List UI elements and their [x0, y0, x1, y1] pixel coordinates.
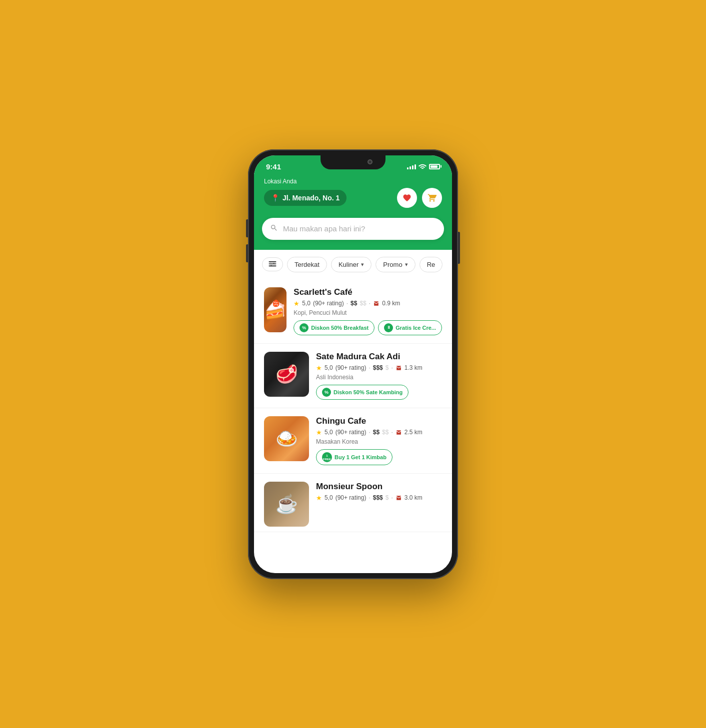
restaurant-tags-sate: Asli Indonesia [316, 374, 442, 381]
meta-dot-monsieur-2: · [391, 494, 392, 501]
rating-count: (90+ rating) [313, 300, 344, 307]
promo-tag-1[interactable]: % Diskon 50% Breakfast [294, 320, 374, 335]
side-button-left [246, 219, 248, 237]
location-pin-icon: 📍 [271, 194, 280, 202]
wifi-icon [418, 163, 426, 170]
signal-bars [407, 163, 416, 169]
restaurant-card-scarletts[interactable]: Scarlett's Café ★ 5,0 (90+ rating) · $$$… [254, 279, 452, 344]
promo-tag-2[interactable]: ⏸ Gratis Ice Cre... [378, 320, 442, 335]
star-icon: ★ [294, 300, 300, 307]
rating-count-sate: (90+ rating) [336, 364, 366, 371]
restaurant-image-sate [264, 352, 309, 397]
distance-sate: 1.3 km [404, 364, 422, 371]
promo-free-icon: 1FREE [322, 452, 332, 462]
notch-camera [368, 159, 372, 164]
meta-dot-chingu-2: · [391, 429, 392, 436]
white-card-area: Terdekat Kuliner ▾ Promo ▾ Re Scarlet [254, 250, 452, 532]
filter-re-label: Re [427, 261, 436, 268]
promo-label-1: Diskon 50% Breakfast [311, 325, 368, 331]
star-icon-sate: ★ [316, 364, 322, 372]
location-address: Jl. Menado, No. 1 [282, 194, 340, 202]
promo-percent-icon: % [300, 323, 308, 332]
price-chingu: $$ [373, 429, 380, 436]
filter-icon-chip[interactable] [262, 257, 283, 271]
kuliner-chevron-icon: ▾ [361, 261, 364, 268]
filter-chip-promo[interactable]: Promo ▾ [376, 257, 415, 272]
store-icon-monsieur [396, 495, 402, 501]
signal-bar-2 [410, 166, 411, 169]
filter-chip-terdekat[interactable]: Terdekat [287, 257, 327, 272]
promo-tags-sate: % Diskon 50% Sate Kambing [316, 385, 442, 400]
promo-pause-icon: ⏸ [384, 323, 393, 332]
side-button-left2 [246, 244, 248, 262]
filter-terdekat-label: Terdekat [294, 261, 320, 268]
restaurant-info-sate: Sate Madura Cak Adi ★ 5,0 (90+ rating) ·… [316, 352, 442, 400]
rating-count-monsieur: (90+ rating) [336, 494, 366, 501]
filter-kuliner-label: Kuliner [338, 261, 358, 268]
favorites-button[interactable] [397, 188, 417, 208]
status-time: 9:41 [266, 162, 281, 171]
restaurant-meta-monsieur: ★ 5,0 (90+ rating) · $$$$ · 3.0 km [316, 494, 442, 502]
restaurant-meta-scarletts: ★ 5,0 (90+ rating) · $$$$ · 0.9 km [294, 300, 442, 307]
status-icons [407, 163, 440, 170]
phone-screen: 9:41 Lokasi [254, 155, 452, 573]
meta-dot: · [346, 300, 348, 307]
price-dim-monsieur: $ [386, 494, 389, 501]
restaurant-info-scarletts: Scarlett's Café ★ 5,0 (90+ rating) · $$$… [294, 287, 442, 335]
location-row: 📍 Jl. Menado, No. 1 [264, 188, 442, 208]
search-container: Mau makan apa hari ini? [254, 218, 452, 240]
signal-bar-4 [414, 164, 416, 169]
filter-row: Terdekat Kuliner ▾ Promo ▾ Re [254, 250, 452, 279]
distance-value: 0.9 km [382, 300, 400, 307]
phone-wrapper: 9:41 Lokasi [248, 149, 458, 579]
location-pill[interactable]: 📍 Jl. Menado, No. 1 [264, 190, 346, 206]
restaurant-name-monsieur: Monsieur Spoon [316, 482, 442, 492]
search-bar[interactable]: Mau makan apa hari ini? [262, 218, 444, 240]
restaurant-image-chingu [264, 416, 309, 461]
svg-rect-4 [274, 263, 274, 264]
green-header: Lokasi Anda 📍 Jl. Menado, No. 1 [254, 174, 452, 250]
rating-monsieur: 5,0 [324, 494, 333, 501]
restaurant-image-monsieur [264, 482, 309, 527]
price-display: $$ [350, 300, 357, 307]
filter-promo-label: Promo [383, 261, 402, 268]
side-button-right [458, 232, 460, 264]
distance-chingu: 2.5 km [404, 429, 422, 436]
promo-label-sate-1: Diskon 50% Sate Kambing [334, 389, 402, 395]
store-icon [373, 300, 380, 307]
restaurant-image-scarletts [264, 287, 286, 332]
meta-dot-chingu: · [368, 429, 370, 436]
price-dim-chingu: $$ [382, 429, 388, 436]
meta-dot-sate-2: · [391, 364, 392, 371]
rating-sate: 5,0 [324, 364, 333, 371]
filter-chip-kuliner[interactable]: Kuliner ▾ [331, 257, 372, 272]
restaurant-name-chingu: Chingu Cafe [316, 416, 442, 426]
meta-dot-2: · [369, 300, 370, 307]
header-content: Lokasi Anda 📍 Jl. Menado, No. 1 [254, 174, 452, 218]
header-buttons [397, 188, 442, 208]
restaurant-card-sate[interactable]: Sate Madura Cak Adi ★ 5,0 (90+ rating) ·… [254, 344, 452, 408]
restaurant-name-sate: Sate Madura Cak Adi [316, 352, 442, 362]
cart-button[interactable] [422, 188, 442, 208]
search-icon [270, 224, 278, 234]
battery-fill [430, 165, 438, 168]
price-dim-sate: $ [386, 364, 389, 371]
restaurant-card-chingu[interactable]: Chingu Cafe ★ 5,0 (90+ rating) · $$$$ · … [254, 408, 452, 474]
promo-tag-chingu-1[interactable]: 1FREE Buy 1 Get 1 Kimbab [316, 449, 392, 465]
rating-chingu: 5,0 [324, 429, 333, 436]
signal-bar-3 [412, 165, 414, 169]
restaurant-card-monsieur[interactable]: Monsieur Spoon ★ 5,0 (90+ rating) · $$$$… [254, 474, 452, 532]
meta-dot-sate: · [368, 364, 370, 371]
promo-tag-sate-1[interactable]: % Diskon 50% Sate Kambing [316, 385, 408, 400]
restaurant-info-chingu: Chingu Cafe ★ 5,0 (90+ rating) · $$$$ · … [316, 416, 442, 465]
filter-chip-re[interactable]: Re [420, 257, 443, 272]
promo-tags-chingu: 1FREE Buy 1 Get 1 Kimbab [316, 449, 442, 465]
battery-icon [429, 164, 440, 169]
search-placeholder: Mau makan apa hari ini? [283, 224, 365, 233]
distance-monsieur: 3.0 km [404, 494, 422, 501]
restaurant-meta-sate: ★ 5,0 (90+ rating) · $$$$ · 1.3 km [316, 364, 442, 372]
meta-dot-monsieur: · [368, 494, 370, 501]
svg-rect-5 [270, 265, 272, 267]
promo-tags-scarletts: % Diskon 50% Breakfast ⏸ Gratis Ice Cre.… [294, 320, 442, 335]
restaurant-meta-chingu: ★ 5,0 (90+ rating) · $$$$ · 2.5 km [316, 429, 442, 436]
